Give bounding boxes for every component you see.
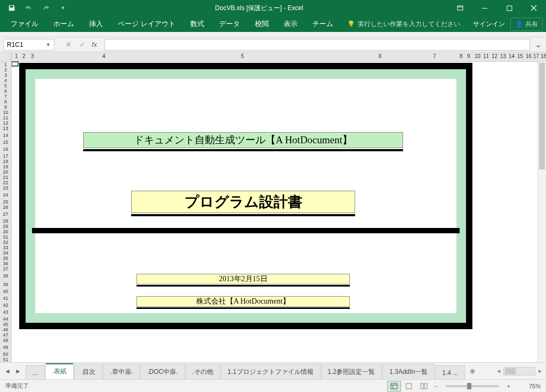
sheet-tab[interactable]: 1.1プロジェクトファイル情報 bbox=[221, 364, 320, 380]
column-header[interactable]: 2 bbox=[22, 53, 26, 59]
sheet-tab[interactable]: .DOC中扉. bbox=[140, 364, 184, 380]
row-header[interactable]: 48 bbox=[0, 338, 11, 343]
row-header[interactable]: 26 bbox=[0, 205, 11, 210]
slider-thumb[interactable] bbox=[467, 383, 471, 389]
ribbon-tab-データ[interactable]: データ bbox=[212, 16, 247, 32]
column-header[interactable]: 6 bbox=[379, 53, 382, 59]
ribbon-tab-ファイル[interactable]: ファイル bbox=[3, 16, 46, 32]
cell-grid[interactable]: ドキュメント自動生成ツール【A HotDocument】 プログラム設計書 20… bbox=[12, 62, 537, 362]
column-header[interactable]: 4 bbox=[102, 53, 106, 59]
row-header[interactable]: 49 bbox=[0, 343, 11, 352]
close-button[interactable] bbox=[521, 0, 546, 16]
row-header[interactable]: 38 bbox=[0, 272, 11, 280]
row-header[interactable]: 14 bbox=[0, 131, 11, 140]
row-header[interactable]: 16 bbox=[0, 145, 11, 153]
row-header[interactable]: 45 bbox=[0, 322, 11, 327]
column-header[interactable]: 5 bbox=[241, 53, 244, 59]
row-header[interactable]: 4 bbox=[0, 78, 11, 83]
column-header[interactable]: 14 bbox=[509, 53, 515, 59]
maximize-button[interactable] bbox=[497, 0, 521, 16]
row-header[interactable]: 34 bbox=[0, 250, 11, 256]
undo-icon[interactable] bbox=[21, 1, 36, 15]
row-header[interactable]: 7 bbox=[0, 94, 11, 99]
name-box[interactable]: R1C1 ▼ bbox=[3, 39, 54, 51]
row-header[interactable]: 39 bbox=[0, 280, 11, 289]
add-sheet-button[interactable]: ⊕ bbox=[465, 365, 479, 377]
ribbon-tab-数式[interactable]: 数式 bbox=[183, 16, 212, 32]
expand-formula-icon[interactable]: ⌄ bbox=[533, 39, 543, 50]
sheet-tab[interactable]: 1.3AddIn一覧 bbox=[382, 364, 435, 380]
cancel-formula-icon[interactable]: ✕ bbox=[62, 39, 75, 51]
row-header[interactable]: 47 bbox=[0, 332, 11, 338]
row-header[interactable]: 25 bbox=[0, 199, 11, 205]
row-header[interactable]: 33 bbox=[0, 245, 11, 250]
row-header[interactable]: 46 bbox=[0, 327, 11, 332]
row-header[interactable]: 42 bbox=[0, 303, 11, 308]
row-header[interactable]: 19 bbox=[0, 164, 11, 169]
row-header[interactable]: 15 bbox=[0, 140, 11, 145]
enter-formula-icon[interactable]: ✓ bbox=[76, 39, 89, 51]
row-header[interactable]: 8 bbox=[0, 99, 11, 104]
scroll-thumb[interactable] bbox=[505, 368, 516, 374]
zoom-level[interactable]: 75% bbox=[519, 383, 541, 389]
signin-link[interactable]: サインイン bbox=[473, 20, 505, 29]
row-header[interactable]: 17 bbox=[0, 153, 11, 159]
column-header[interactable]: 16 bbox=[526, 53, 532, 59]
tell-me-search[interactable]: 💡 実行したい作業を入力してください bbox=[347, 20, 460, 29]
column-header[interactable]: 17 bbox=[533, 53, 539, 59]
redo-icon[interactable] bbox=[38, 1, 53, 15]
tab-next-icon[interactable]: ► bbox=[15, 368, 21, 375]
row-header[interactable]: 29 bbox=[0, 224, 11, 229]
row-header[interactable]: 23 bbox=[0, 185, 11, 191]
row-header[interactable]: 18 bbox=[0, 159, 11, 164]
sheet-tab[interactable]: .目次 bbox=[74, 364, 102, 380]
sheet-tab[interactable]: ... bbox=[26, 365, 45, 380]
row-header[interactable]: 2 bbox=[0, 67, 11, 72]
sheet-tab[interactable]: .表紙 bbox=[45, 363, 74, 380]
tab-prev-icon[interactable]: ◄ bbox=[4, 368, 11, 375]
row-header[interactable]: 44 bbox=[0, 316, 11, 322]
column-header[interactable]: 1 bbox=[15, 53, 18, 59]
save-icon[interactable] bbox=[4, 1, 19, 15]
column-header[interactable]: 7 bbox=[433, 53, 436, 59]
column-header[interactable]: 12 bbox=[492, 53, 497, 59]
row-header[interactable]: 11 bbox=[0, 115, 11, 120]
row-header[interactable]: 20 bbox=[0, 169, 11, 175]
sheet-tab[interactable]: 1.4 ... bbox=[435, 365, 465, 380]
column-header[interactable]: 9 bbox=[467, 53, 470, 59]
row-header[interactable]: 21 bbox=[0, 175, 11, 180]
row-header[interactable]: 50 bbox=[0, 352, 11, 357]
row-header[interactable]: 43 bbox=[0, 308, 11, 316]
share-button[interactable]: 👤 共有 bbox=[510, 18, 543, 31]
column-header[interactable]: 10 bbox=[475, 53, 480, 59]
ribbon-tab-ページ レイアウト[interactable]: ページ レイアウト bbox=[110, 16, 183, 32]
page-break-view-icon[interactable] bbox=[417, 381, 431, 391]
ribbon-display-icon[interactable] bbox=[448, 0, 472, 16]
scroll-thumb[interactable] bbox=[539, 63, 545, 169]
column-header[interactable]: 18 bbox=[541, 53, 546, 59]
row-header[interactable]: 10 bbox=[0, 110, 11, 115]
normal-view-icon[interactable] bbox=[387, 381, 401, 391]
horizontal-scrollbar[interactable] bbox=[503, 367, 535, 375]
row-header[interactable]: 37 bbox=[0, 266, 11, 272]
column-header[interactable]: 8 bbox=[460, 53, 463, 59]
hscroll-left-icon[interactable]: ◄ bbox=[496, 368, 501, 374]
row-header[interactable]: 24 bbox=[0, 191, 11, 199]
select-all-corner[interactable] bbox=[0, 52, 11, 62]
row-header[interactable]: 35 bbox=[0, 256, 11, 261]
row-header[interactable]: 27 bbox=[0, 210, 11, 218]
row-header[interactable]: 22 bbox=[0, 180, 11, 185]
row-header[interactable]: 30 bbox=[0, 229, 11, 234]
vertical-scrollbar[interactable] bbox=[537, 62, 546, 362]
formula-input[interactable] bbox=[105, 39, 530, 51]
row-header[interactable]: 13 bbox=[0, 126, 11, 131]
sheet-tab[interactable]: .その他 bbox=[186, 364, 220, 380]
row-header[interactable]: 40 bbox=[0, 289, 11, 294]
ribbon-tab-挿入[interactable]: 挿入 bbox=[82, 16, 110, 32]
row-header[interactable]: 36 bbox=[0, 261, 11, 266]
ribbon-tab-ホーム[interactable]: ホーム bbox=[46, 16, 82, 32]
row-header[interactable]: 1 bbox=[0, 62, 11, 67]
row-header[interactable]: 12 bbox=[0, 120, 11, 126]
fx-label[interactable]: fx bbox=[92, 40, 97, 48]
row-header[interactable]: 41 bbox=[0, 294, 11, 303]
